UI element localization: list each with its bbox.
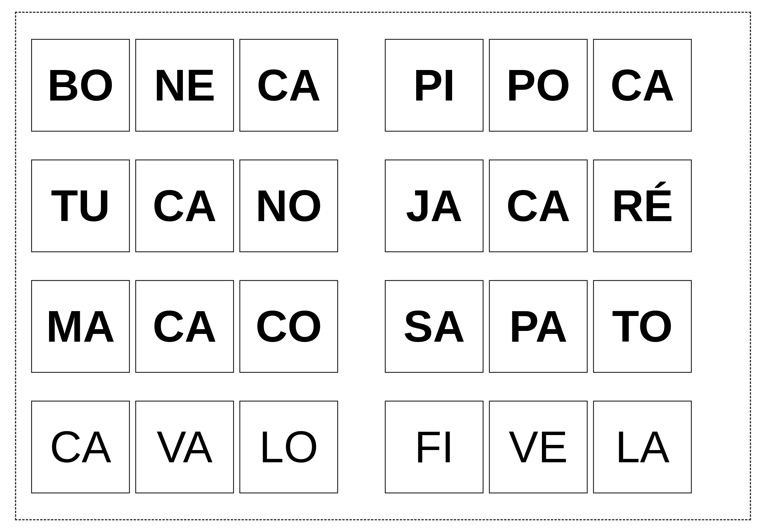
tile-r3-g2-1: VE bbox=[489, 401, 588, 493]
tile-r3-g1-1: VA bbox=[135, 401, 234, 493]
row-2-group2: SAPATO bbox=[385, 280, 692, 373]
row-3-group2: FIVELA bbox=[385, 401, 692, 493]
tile-r1-g1-0: TU bbox=[31, 159, 130, 252]
row-0: BONECAPIPOCA bbox=[31, 39, 735, 132]
tile-r0-g2-2: CA bbox=[593, 39, 692, 132]
tile-r0-g1-2: CA bbox=[239, 39, 338, 132]
row-3-group1: CAVALO bbox=[31, 401, 338, 493]
tile-r0-g2-1: PO bbox=[489, 39, 588, 132]
tile-r2-g1-0: MA bbox=[31, 280, 130, 373]
row-1-group1: TUCANO bbox=[31, 159, 338, 252]
row-3: CAVALOFIVELA bbox=[31, 401, 735, 493]
tile-r2-g1-2: CO bbox=[239, 280, 338, 373]
tile-r0-g1-0: BO bbox=[31, 39, 130, 132]
tile-r2-g2-1: PA bbox=[489, 280, 588, 373]
row-2: MACACOSAPATO bbox=[31, 280, 735, 373]
row-2-group1: MACACO bbox=[31, 280, 338, 373]
tile-r3-g1-0: CA bbox=[31, 401, 130, 493]
tile-r0-g2-0: PI bbox=[385, 39, 484, 132]
tile-r2-g2-0: SA bbox=[385, 280, 484, 373]
tile-r3-g2-0: FI bbox=[385, 401, 484, 493]
tile-r1-g1-2: NO bbox=[239, 159, 338, 252]
row-1: TUCANOJACARÉ bbox=[31, 159, 735, 252]
tile-r1-g2-2: RÉ bbox=[593, 159, 692, 252]
row-0-group2: PIPOCA bbox=[385, 39, 692, 132]
tile-r0-g1-1: NE bbox=[135, 39, 234, 132]
tile-r1-g2-1: CA bbox=[489, 159, 588, 252]
tile-r3-g1-2: LO bbox=[239, 401, 338, 493]
main-container: BONECAPIPOCATUCANOJACARÉMACACOSAPATOCAVA… bbox=[15, 12, 751, 520]
tile-r1-g2-0: JA bbox=[385, 159, 484, 252]
tile-r1-g1-1: CA bbox=[135, 159, 234, 252]
row-1-group2: JACARÉ bbox=[385, 159, 692, 252]
tile-r2-g2-2: TO bbox=[593, 280, 692, 373]
tile-r2-g1-1: CA bbox=[135, 280, 234, 373]
tile-r3-g2-2: LA bbox=[593, 401, 692, 493]
row-0-group1: BONECA bbox=[31, 39, 338, 132]
